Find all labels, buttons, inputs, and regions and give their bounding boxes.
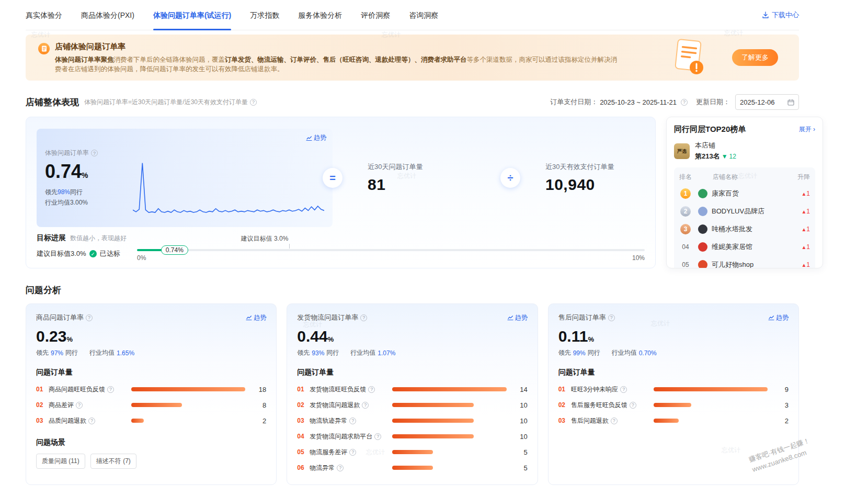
rank-up-icon: ▲: [801, 209, 806, 215]
card-value-row: 0.11%: [558, 328, 789, 345]
ranking-row[interactable]: 04 维妮美家居馆 ▲1: [679, 238, 810, 256]
item-value: 10: [514, 417, 528, 425]
ranking-row[interactable]: 05 可儿好物shop ▲1: [679, 256, 810, 268]
rank-up-icon: ▲: [801, 244, 806, 250]
shop-icon: [698, 260, 707, 268]
shop-badge-icon: 严选: [674, 143, 690, 159]
item-bar: [131, 403, 245, 407]
item-value: 18: [253, 386, 266, 393]
trend-link[interactable]: 趋势: [768, 313, 789, 322]
shop-name: 吨桶水塔批发: [712, 224, 792, 234]
trend-link[interactable]: 趋势: [507, 313, 528, 322]
goal-progress: 目标进展 数值越小，表现越好 建议目标值3.0% ✓ 已达标 建议目标值 3.0…: [37, 233, 645, 261]
download-center-link[interactable]: 下载中心: [762, 10, 799, 20]
ranking-row[interactable]: 1 康家百货 ▲1: [679, 185, 810, 202]
ranking-row[interactable]: 3 吨桶水塔批发 ▲1: [679, 220, 810, 238]
item-label: 发货物流问题求助平台: [310, 432, 372, 441]
item-value: 5: [514, 464, 528, 472]
scene-tag[interactable]: 描述不符 (7): [90, 454, 136, 469]
rank-change-value: 1: [806, 208, 810, 215]
item-label: 品质问题退款: [49, 416, 86, 425]
card-unit: %: [66, 335, 73, 343]
help-icon[interactable]: [337, 465, 344, 471]
lead-prefix: 领先: [297, 348, 310, 357]
list-title: 问题订单量: [297, 368, 527, 377]
help-icon[interactable]: [91, 150, 98, 156]
problem-item: 02 商品差评 8: [36, 397, 266, 413]
ranking-row[interactable]: 2 BODYLUV品牌店 ▲1: [679, 202, 810, 220]
help-icon[interactable]: [630, 402, 636, 409]
help-icon[interactable]: [608, 314, 615, 321]
check-icon: ✓: [89, 250, 97, 257]
tab-service-experience-analysis[interactable]: 服务体验分析: [298, 0, 342, 30]
help-icon[interactable]: [250, 99, 257, 106]
item-label: 物流服务差评: [310, 448, 347, 457]
rank-change-value: 1: [806, 190, 810, 197]
help-icon[interactable]: [611, 418, 618, 424]
item-bar: [392, 466, 506, 470]
update-date-input[interactable]: 2025-12-06: [735, 94, 799, 110]
rank-change: ▲1: [792, 261, 810, 268]
trend-chart-icon: [507, 314, 513, 321]
help-icon[interactable]: [349, 418, 356, 424]
help-icon[interactable]: [88, 418, 95, 424]
tab-review-insight[interactable]: 评价洞察: [361, 0, 390, 30]
rank-change-value: 1: [806, 226, 810, 233]
tab-real-experience-score[interactable]: 真实体验分: [26, 0, 62, 30]
goal-target-text: 建议目标值3.0%: [37, 249, 86, 258]
problem-item: 03 物流轨迹异常 10: [297, 413, 527, 429]
item-bar: [392, 450, 506, 454]
analysis-cards: 商品问题订单率 趋势 0.23% 领先97%同行 行业均值1.65% 问题订单量…: [26, 303, 799, 485]
trend-label: 趋势: [515, 313, 528, 322]
lead-suffix: 同行: [65, 348, 78, 357]
trend-link[interactable]: 趋势: [246, 313, 266, 322]
my-rank-delta: 12: [729, 153, 736, 160]
tab-problem-order-rate[interactable]: 体验问题订单率(试运行): [153, 0, 231, 30]
item-label: 发货物流问题退款: [310, 401, 360, 410]
lead-prefix: 领先: [36, 348, 49, 357]
tab-consult-insight[interactable]: 咨询洞察: [409, 0, 438, 30]
help-icon[interactable]: [374, 433, 381, 440]
item-value: 5: [514, 448, 528, 456]
metric-formula: 体验问题订单率=近30天问题订单量/近30天有效支付订单量: [84, 98, 257, 107]
tab-wanqiu-index[interactable]: 万求指数: [250, 0, 279, 30]
shop-name: 维妮美家居馆: [712, 242, 792, 252]
help-icon[interactable]: [681, 99, 688, 106]
help-icon[interactable]: [362, 402, 369, 409]
card-benchmark-row: 领先97%同行 行业均值1.65%: [36, 348, 266, 357]
item-rank: 01: [36, 386, 49, 393]
my-shop-row: 严选 本店铺 第213名 ▼ 12: [674, 141, 815, 161]
problem-list: 01 商品问题旺旺负反馈 18 02 商品差评 8 03 品质问题退款 2: [36, 381, 266, 429]
problem-item: 04 发货物流问题求助平台 10: [297, 429, 527, 444]
card-title: 售后问题订单率: [558, 313, 606, 322]
trend-link[interactable]: 趋势: [306, 133, 326, 142]
shop-name: 可儿好物shop: [712, 260, 792, 268]
tab-product-experience-pxi[interactable]: 商品体验分(PXI): [81, 0, 134, 30]
trend-label: 趋势: [776, 313, 789, 322]
help-icon[interactable]: [349, 449, 356, 456]
banner-illustration: [665, 37, 713, 78]
help-icon[interactable]: [360, 314, 367, 321]
problem-item: 02 售后服务旺旺负反馈 3: [558, 397, 789, 413]
item-value: 3: [775, 401, 789, 409]
scene-tag[interactable]: 质量问题 (11): [36, 454, 85, 469]
card-title: 发货物流问题订单率: [297, 313, 358, 322]
trend-sparkline: [133, 158, 324, 220]
learn-more-button[interactable]: 了解更多: [732, 49, 778, 66]
help-icon[interactable]: [368, 386, 375, 393]
scene-title: 问题场景: [36, 438, 266, 447]
help-icon[interactable]: [620, 386, 627, 393]
help-icon[interactable]: [76, 402, 83, 409]
item-value: 2: [253, 417, 266, 425]
item-label: 商品差评: [49, 401, 74, 410]
expand-link[interactable]: 展开 ›: [799, 125, 815, 134]
help-icon[interactable]: [86, 314, 93, 321]
col-rank: 排名: [679, 173, 699, 182]
rank-change: ▲1: [792, 208, 810, 215]
download-center-label: 下载中心: [772, 10, 799, 20]
download-icon: [762, 12, 769, 19]
rank-change: ▲1: [792, 243, 810, 251]
help-icon[interactable]: [107, 386, 114, 393]
problem-item: 03 品质问题退款 2: [36, 413, 266, 429]
calendar-icon: [787, 99, 794, 106]
